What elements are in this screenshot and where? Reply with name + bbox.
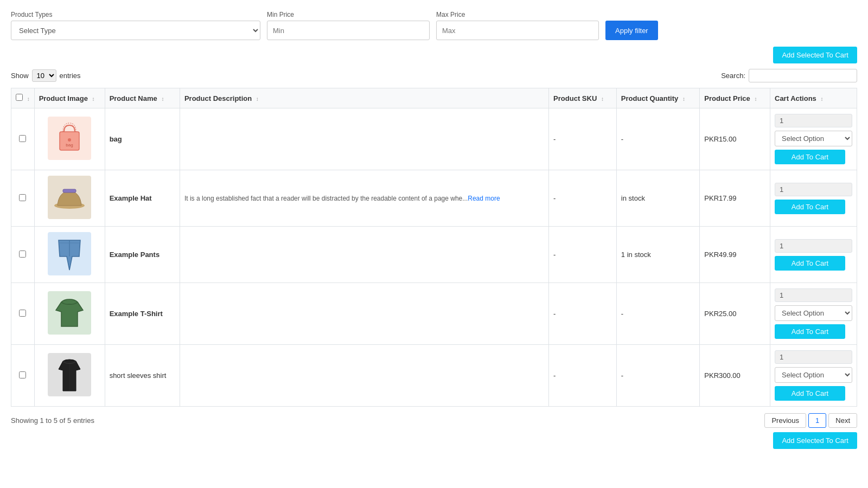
row-image-cell (34, 227, 105, 283)
filter-row: Product Types Select Type Min Price Max … (11, 11, 857, 40)
sort-icon-price: ↕ (754, 96, 757, 102)
add-selected-bottom-button[interactable]: Add Selected To Cart (773, 432, 857, 449)
sort-icon-image: ↕ (92, 96, 95, 102)
page-1-button[interactable]: 1 (808, 413, 826, 428)
row-actions-cell: Select OptionAdd To Cart (770, 345, 857, 407)
header-price-label: Product Price (704, 94, 750, 102)
apply-filter-button[interactable]: Apply filter (605, 21, 658, 40)
bottom-actions: Add Selected To Cart (11, 432, 857, 449)
row-quantity-cell: - (616, 345, 699, 407)
svg-rect-6 (63, 189, 76, 192)
row-2-checkbox[interactable] (19, 194, 26, 201)
max-price-input[interactable] (436, 21, 599, 40)
row-actions-cell: Add To Cart (770, 227, 857, 283)
read-more-link[interactable]: Read more (468, 195, 500, 202)
quantity-input[interactable] (775, 350, 852, 364)
select-option-dropdown[interactable]: Select Option (775, 305, 852, 321)
row-name-cell: Example Pants (105, 227, 180, 283)
row-image-cell (34, 345, 105, 407)
row-name-cell: short sleeves shirt (105, 345, 180, 407)
row-image-cell (34, 170, 105, 227)
row-actions-cell: Select OptionAdd To Cart (770, 283, 857, 345)
row-sku-cell: - (549, 108, 617, 170)
row-image-cell: bag (34, 108, 105, 170)
product-types-select[interactable]: Select Type (11, 21, 260, 40)
sort-icon-name: ↕ (161, 96, 164, 102)
header-sku-label: Product SKU (553, 94, 597, 102)
sort-icon-quantity: ↕ (682, 96, 685, 102)
row-5-checkbox[interactable] (19, 371, 26, 378)
quantity-input[interactable] (775, 239, 852, 253)
previous-button[interactable]: Previous (764, 413, 806, 428)
sort-icon-checkbox: ↕ (27, 96, 30, 102)
header-image: Product Image ↕ (34, 88, 105, 108)
add-to-cart-button[interactable]: Add To Cart (775, 150, 845, 164)
select-all-checkbox[interactable] (16, 94, 23, 101)
product-name: Example Hat (110, 194, 152, 202)
row-image-cell (34, 283, 105, 345)
row-4-checkbox[interactable] (19, 310, 26, 317)
row-description-cell (180, 108, 548, 170)
header-actions: Cart Actions ↕ (770, 88, 857, 108)
search-input[interactable] (749, 69, 857, 82)
table-footer: Showing 1 to 5 of 5 entries Previous 1 N… (11, 413, 857, 428)
header-checkbox-col: ↕ (11, 88, 35, 108)
add-to-cart-button[interactable]: Add To Cart (775, 324, 845, 339)
row-3-checkbox[interactable] (19, 251, 26, 258)
row-description-cell: It is a long established fact that a rea… (180, 170, 548, 227)
next-button[interactable]: Next (828, 413, 857, 428)
quantity-input[interactable] (775, 288, 852, 302)
header-description: Product Description ↕ (180, 88, 548, 108)
entries-label: entries (60, 72, 81, 80)
row-checkbox-cell (11, 170, 35, 227)
min-price-label: Min Price (267, 11, 430, 18)
header-name: Product Name ↕ (105, 88, 180, 108)
add-to-cart-button[interactable]: Add To Cart (775, 386, 845, 401)
search-label: Search: (721, 72, 745, 80)
row-price-cell: PKR300.00 (700, 345, 770, 407)
quantity-input[interactable] (775, 114, 852, 127)
products-table: ↕ Product Image ↕ Product Name ↕ Product… (11, 88, 857, 407)
row-actions-cell: Select OptionAdd To Cart (770, 108, 857, 170)
product-name: Example T-Shirt (110, 310, 163, 318)
row-quantity-cell: 1 in stock (616, 227, 699, 283)
max-price-group: Max Price (436, 11, 599, 40)
row-actions-cell: Add To Cart (770, 170, 857, 227)
row-checkbox-cell (11, 283, 35, 345)
svg-text:bag: bag (66, 143, 73, 147)
header-quantity-label: Product Quantity (621, 94, 678, 102)
add-to-cart-button[interactable]: Add To Cart (775, 256, 845, 271)
row-price-cell: PKR17.99 (700, 170, 770, 227)
row-checkbox-cell (11, 227, 35, 283)
sort-icon-description: ↕ (256, 96, 259, 102)
quantity-input[interactable] (775, 183, 852, 196)
showing-text: Showing 1 to 5 of 5 entries (11, 416, 94, 425)
row-sku-cell: - (549, 170, 617, 227)
product-name: bag (110, 135, 122, 143)
row-description-cell (180, 227, 548, 283)
table-header: ↕ Product Image ↕ Product Name ↕ Product… (11, 88, 857, 108)
add-selected-top-button[interactable]: Add Selected To Cart (773, 47, 857, 63)
row-price-cell: PKR15.00 (700, 108, 770, 170)
product-name: Example Pants (110, 251, 160, 259)
table-row: bag bag--PKR15.00Select OptionAdd To Car… (11, 108, 857, 170)
min-price-group: Min Price (267, 11, 430, 40)
min-price-input[interactable] (267, 21, 430, 40)
product-description: It is a long established fact that a rea… (184, 195, 468, 202)
header-row: ↕ Product Image ↕ Product Name ↕ Product… (11, 88, 857, 108)
search-box: Search: (721, 69, 857, 82)
entries-select[interactable]: 10 25 50 (32, 69, 56, 82)
table-body: bag bag--PKR15.00Select OptionAdd To Car… (11, 108, 857, 407)
row-description-cell (180, 345, 548, 407)
row-price-cell: PKR49.99 (700, 227, 770, 283)
product-types-label: Product Types (11, 11, 260, 18)
row-1-checkbox[interactable] (19, 135, 26, 142)
row-quantity-cell: - (616, 283, 699, 345)
select-option-dropdown[interactable]: Select Option (775, 367, 852, 383)
row-name-cell: Example Hat (105, 170, 180, 227)
add-to-cart-button[interactable]: Add To Cart (775, 200, 845, 214)
select-option-dropdown[interactable]: Select Option (775, 131, 852, 146)
table-row: short sleeves shirt--PKR300.00Select Opt… (11, 345, 857, 407)
row-quantity-cell: - (616, 108, 699, 170)
show-entries-control: Show 10 25 50 entries (11, 69, 81, 82)
